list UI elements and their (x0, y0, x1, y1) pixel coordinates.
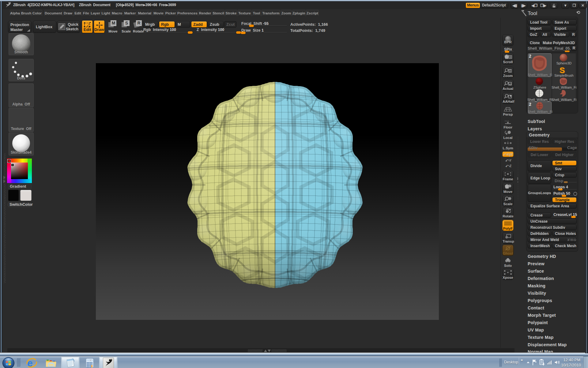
svg-text:x y z: x y z (505, 120, 509, 122)
svg-text:x1: x1 (509, 83, 511, 86)
